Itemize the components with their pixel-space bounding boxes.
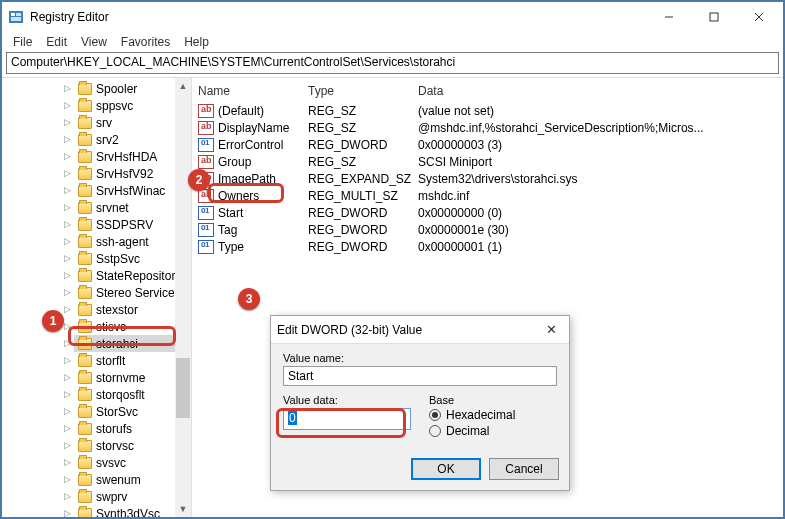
chevron-right-icon[interactable]: ▷ — [64, 236, 71, 246]
radio-icon — [429, 409, 441, 421]
chevron-right-icon[interactable]: ▷ — [64, 491, 71, 501]
list-header[interactable]: Name Type Data — [198, 80, 777, 102]
value-name: Type — [218, 240, 308, 254]
tree-item-ssh-agent[interactable]: ▷ssh-agent — [2, 233, 191, 250]
chevron-right-icon[interactable]: ▷ — [64, 389, 71, 399]
dialog-title-bar[interactable]: Edit DWORD (32-bit) Value ✕ — [271, 316, 569, 344]
tree-item-stexstor[interactable]: ▷stexstor — [2, 301, 191, 318]
col-type[interactable]: Type — [308, 84, 418, 98]
tree-item-srv[interactable]: ▷srv — [2, 114, 191, 131]
value-data: 0x00000000 (0) — [418, 206, 777, 220]
chevron-right-icon[interactable]: ▷ — [64, 219, 71, 229]
tree-item-spooler[interactable]: ▷Spooler — [2, 80, 191, 97]
chevron-right-icon[interactable]: ▷ — [64, 355, 71, 365]
list-row[interactable]: TypeREG_DWORD0x00000001 (1) — [198, 238, 777, 255]
tree-item-srvhsfwinac[interactable]: ▷SrvHsfWinac — [2, 182, 191, 199]
tree-item-storufs[interactable]: ▷storufs — [2, 420, 191, 437]
tree-item-staterepositor[interactable]: ▷StateRepositor — [2, 267, 191, 284]
list-row[interactable]: (Default)REG_SZ(value not set) — [198, 102, 777, 119]
maximize-button[interactable] — [691, 3, 736, 31]
tree-item-swenum[interactable]: ▷swenum — [2, 471, 191, 488]
tree-item-storvsc[interactable]: ▷storvsc — [2, 437, 191, 454]
folder-icon — [78, 117, 92, 129]
menu-edit[interactable]: Edit — [39, 33, 74, 51]
tree-item-svsvc[interactable]: ▷svsvc — [2, 454, 191, 471]
list-row[interactable]: OwnersREG_MULTI_SZmshdc.inf — [198, 187, 777, 204]
address-bar[interactable]: Computer\HKEY_LOCAL_MACHINE\SYSTEM\Curre… — [6, 52, 779, 74]
chevron-right-icon[interactable]: ▷ — [64, 287, 71, 297]
list-row[interactable]: StartREG_DWORD0x00000000 (0) — [198, 204, 777, 221]
folder-icon — [78, 406, 92, 418]
chevron-right-icon[interactable]: ▷ — [64, 406, 71, 416]
tree-item-storflt[interactable]: ▷storflt — [2, 352, 191, 369]
value-type: REG_DWORD — [308, 138, 418, 152]
chevron-right-icon[interactable]: ▷ — [64, 253, 71, 263]
tree-scrollbar[interactable]: ▲ ▼ — [175, 78, 191, 517]
tree-item-srvnet[interactable]: ▷srvnet — [2, 199, 191, 216]
chevron-right-icon[interactable]: ▷ — [64, 440, 71, 450]
chevron-right-icon[interactable]: ▷ — [64, 202, 71, 212]
list-row[interactable]: ErrorControlREG_DWORD0x00000003 (3) — [198, 136, 777, 153]
chevron-right-icon[interactable]: ▷ — [64, 83, 71, 93]
menu-favorites[interactable]: Favorites — [114, 33, 177, 51]
menu-file[interactable]: File — [6, 33, 39, 51]
chevron-right-icon[interactable]: ▷ — [64, 185, 71, 195]
list-row[interactable]: ImagePathREG_EXPAND_SZSystem32\drivers\s… — [198, 170, 777, 187]
chevron-right-icon[interactable]: ▷ — [64, 168, 71, 178]
col-data[interactable]: Data — [418, 84, 777, 98]
list-row[interactable]: TagREG_DWORD0x0000001e (30) — [198, 221, 777, 238]
chevron-right-icon[interactable]: ▷ — [64, 508, 71, 517]
tree-item-synth3dvsc[interactable]: ▷Synth3dVsc — [2, 505, 191, 517]
col-name[interactable]: Name — [198, 84, 308, 98]
dword-value-icon — [198, 138, 214, 152]
menu-help[interactable]: Help — [177, 33, 216, 51]
dialog-title: Edit DWORD (32-bit) Value — [277, 323, 539, 337]
chevron-right-icon[interactable]: ▷ — [64, 304, 71, 314]
tree-item-srvhsfhda[interactable]: ▷SrvHsfHDA — [2, 148, 191, 165]
ok-button[interactable]: OK — [411, 458, 481, 480]
list-row[interactable]: DisplayNameREG_SZ@mshdc.inf,%storahci_Se… — [198, 119, 777, 136]
folder-icon — [78, 423, 92, 435]
folder-icon — [78, 134, 92, 146]
tree-item-swprv[interactable]: ▷swprv — [2, 488, 191, 505]
tree-item-label: srv — [96, 116, 112, 130]
cancel-button[interactable]: Cancel — [489, 458, 559, 480]
tree-item-stereo service[interactable]: ▷Stereo Service — [2, 284, 191, 301]
value-type: REG_DWORD — [308, 223, 418, 237]
tree-item-storqosflt[interactable]: ▷storqosflt — [2, 386, 191, 403]
scroll-thumb[interactable] — [176, 358, 190, 418]
chevron-right-icon[interactable]: ▷ — [64, 372, 71, 382]
tree-item-storsvc[interactable]: ▷StorSvc — [2, 403, 191, 420]
chevron-right-icon[interactable]: ▷ — [64, 134, 71, 144]
chevron-right-icon[interactable]: ▷ — [64, 270, 71, 280]
scroll-down-icon[interactable]: ▼ — [175, 501, 191, 517]
tree-item-sstpsvc[interactable]: ▷SstpSvc — [2, 250, 191, 267]
close-button[interactable] — [736, 3, 781, 31]
scroll-up-icon[interactable]: ▲ — [175, 78, 191, 94]
chevron-right-icon[interactable]: ▷ — [64, 457, 71, 467]
annotation-badge-3: 3 — [238, 288, 260, 310]
radio-dec-label: Decimal — [446, 424, 489, 438]
folder-icon — [78, 474, 92, 486]
radio-dec[interactable]: Decimal — [429, 424, 557, 438]
tree-item-sppsvc[interactable]: ▷sppsvc — [2, 97, 191, 114]
list-row[interactable]: GroupREG_SZSCSI Miniport — [198, 153, 777, 170]
dialog-close-button[interactable]: ✕ — [539, 322, 563, 337]
minimize-button[interactable] — [646, 3, 691, 31]
tree-item-srvhsfv92[interactable]: ▷SrvHsfV92 — [2, 165, 191, 182]
chevron-right-icon[interactable]: ▷ — [64, 474, 71, 484]
edit-dword-dialog: Edit DWORD (32-bit) Value ✕ Value name: … — [270, 315, 570, 491]
folder-icon — [78, 151, 92, 163]
chevron-right-icon[interactable]: ▷ — [64, 151, 71, 161]
radio-hex[interactable]: Hexadecimal — [429, 408, 557, 422]
value-name-field[interactable]: Start — [283, 366, 557, 386]
tree-item-ssdpsrv[interactable]: ▷SSDPSRV — [2, 216, 191, 233]
chevron-right-icon[interactable]: ▷ — [64, 423, 71, 433]
chevron-right-icon[interactable]: ▷ — [64, 100, 71, 110]
value-type: REG_EXPAND_SZ — [308, 172, 418, 186]
menu-view[interactable]: View — [74, 33, 114, 51]
tree-item-label: sppsvc — [96, 99, 133, 113]
tree-item-stornvme[interactable]: ▷stornvme — [2, 369, 191, 386]
tree-item-srv2[interactable]: ▷srv2 — [2, 131, 191, 148]
chevron-right-icon[interactable]: ▷ — [64, 117, 71, 127]
